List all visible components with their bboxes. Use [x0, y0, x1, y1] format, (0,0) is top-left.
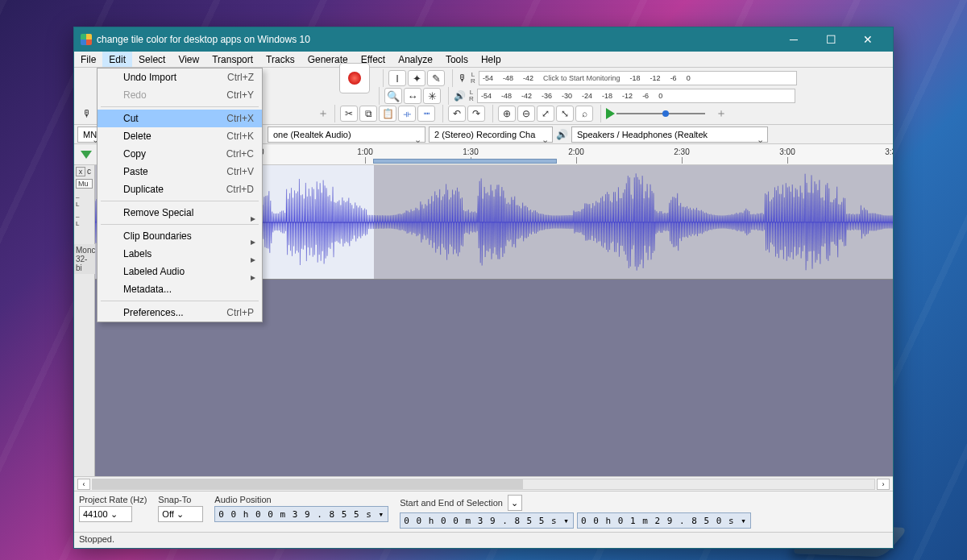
- track-info-label: Monc32-bi: [74, 244, 95, 274]
- cut-tool-icon[interactable]: ✂: [340, 106, 358, 122]
- tool-selection-icon[interactable]: I: [388, 70, 406, 86]
- audio-position-field[interactable]: 0 0 h 0 0 m 3 9 . 8 5 5 s ▾: [214, 506, 388, 522]
- snap-to-label: Snap-To: [158, 495, 203, 504]
- close-button[interactable]: ✕: [849, 27, 886, 52]
- playback-meter[interactable]: -54 -48 -42 -36 -30 -24 -18 -12 -6 0: [477, 89, 795, 103]
- edit-menu-cut[interactable]: CutCtrl+X: [98, 110, 262, 127]
- menu-select[interactable]: Select: [132, 52, 172, 67]
- meter-start-msg: Click to Start Monitoring: [543, 74, 620, 82]
- mic-small-icon: 🎙: [82, 108, 92, 119]
- recording-channels-select[interactable]: 2 (Stereo) Recording Cha: [429, 127, 553, 143]
- project-rate-select[interactable]: 44100 ⌄: [79, 506, 132, 522]
- silence-tool-icon[interactable]: ┉: [417, 106, 435, 122]
- edit-menu-metadata-[interactable]: Metadata...: [98, 280, 262, 298]
- edit-dropdown: Undo ImportCtrl+ZRedoCtrl+YCutCtrl+XDele…: [97, 68, 263, 322]
- play-icon[interactable]: [606, 108, 615, 119]
- menu-transport[interactable]: Transport: [205, 52, 259, 67]
- menu-tracks[interactable]: Tracks: [259, 52, 301, 67]
- edit-menu-clip-boundaries[interactable]: Clip Boundaries: [98, 227, 262, 245]
- edit-menu-redo: RedoCtrl+Y: [98, 86, 262, 104]
- timeline-label: 1:00: [357, 147, 372, 156]
- timeline-label: 3:30: [885, 147, 893, 156]
- edit-menu-remove-special[interactable]: Remove Special: [98, 204, 262, 222]
- selection-mode-select[interactable]: ⌄: [508, 495, 522, 511]
- output-speaker-icon: 🔊: [556, 129, 568, 140]
- timeline-label: 2:30: [674, 147, 689, 156]
- menu-file[interactable]: File: [74, 52, 102, 67]
- fit-project-icon[interactable]: ⤡: [556, 106, 574, 122]
- menu-help[interactable]: Help: [475, 52, 508, 67]
- mic-icon: 🎙: [458, 73, 467, 84]
- zoom-out-icon[interactable]: ⊖: [517, 106, 535, 122]
- lr-label-play: LR: [467, 89, 475, 102]
- track-mute-button[interactable]: Mu: [76, 179, 93, 189]
- track-close-button[interactable]: x: [76, 167, 85, 176]
- selection-toolbar: Project Rate (Hz) 44100 ⌄ Snap-To Off ⌄ …: [74, 491, 893, 532]
- lr-label-rec: LR: [469, 72, 477, 85]
- scroll-left-button[interactable]: ‹: [77, 479, 90, 490]
- recording-device-select[interactable]: one (Realtek Audio): [268, 127, 425, 143]
- tool-zoom-icon[interactable]: 🔍: [384, 88, 402, 104]
- paste-tool-icon[interactable]: 📋: [379, 106, 396, 122]
- audio-position-label: Audio Position: [214, 495, 388, 504]
- timeline-play-marker-icon[interactable]: [81, 151, 92, 159]
- edit-menu-duplicate[interactable]: DuplicateCtrl+D: [98, 180, 262, 198]
- edit-menu-labels[interactable]: Labels: [98, 245, 262, 263]
- selection-mode-label: Start and End of Selection: [400, 498, 503, 508]
- timeline-label: 3:00: [779, 147, 795, 156]
- status-text: Stopped.: [79, 534, 114, 544]
- title-bar: change tile color for desktop apps on Wi…: [74, 27, 893, 52]
- record-button[interactable]: [339, 63, 370, 93]
- scroll-right-button[interactable]: ›: [877, 479, 890, 490]
- project-rate-label: Project Rate (Hz): [79, 495, 147, 504]
- edit-menu-paste[interactable]: PasteCtrl+V: [98, 163, 262, 180]
- window-title: change tile color for desktop apps on Wi…: [97, 34, 310, 45]
- copy-tool-icon[interactable]: ⧉: [359, 106, 377, 122]
- tool-multi-icon[interactable]: ✳: [423, 88, 441, 104]
- horizontal-scrollbar[interactable]: ‹ ›: [74, 476, 893, 491]
- tool-envelope-icon[interactable]: ✦: [408, 70, 425, 86]
- recording-meter[interactable]: -54 -48 -42 Click to Start Monitoring -1…: [479, 71, 797, 85]
- timeline-label: 2:00: [568, 147, 583, 156]
- timeline-label: 1:30: [463, 147, 478, 156]
- tool-draw-icon[interactable]: ✎: [427, 70, 445, 86]
- minimize-button[interactable]: ─: [775, 27, 812, 52]
- playback-device-select[interactable]: Speakers / Headphones (Realtek: [571, 127, 768, 143]
- record-icon: [348, 72, 361, 85]
- status-bar: Stopped.: [74, 532, 893, 548]
- scroll-thumb[interactable]: [93, 479, 523, 489]
- trim-tool-icon[interactable]: ⟛: [398, 106, 416, 122]
- gain-l-icon: –L: [76, 213, 93, 227]
- application-window: change tile color for desktop apps on Wi…: [73, 27, 894, 549]
- tool-timeshift-icon[interactable]: ↔: [404, 88, 421, 104]
- edit-menu-copy[interactable]: CopyCtrl+C: [98, 145, 262, 163]
- menu-view[interactable]: View: [172, 52, 205, 67]
- zoom-toggle-icon[interactable]: ⌕: [575, 106, 593, 122]
- playback-speed-slider[interactable]: [616, 108, 705, 119]
- pan-l-icon: –L: [76, 193, 93, 208]
- edit-menu-delete[interactable]: DeleteCtrl+K: [98, 127, 262, 145]
- menu-bar: File Edit Select View Transport Tracks G…: [74, 52, 893, 68]
- redo-tool-icon[interactable]: ↷: [467, 106, 485, 122]
- menu-analyze[interactable]: Analyze: [392, 52, 439, 67]
- plus-right-icon: ＋: [716, 106, 727, 121]
- edit-menu-labeled-audio[interactable]: Labeled Audio: [98, 263, 262, 280]
- menu-tools[interactable]: Tools: [439, 52, 475, 67]
- selection-start-field[interactable]: 0 0 h 0 0 m 3 9 . 8 5 5 s ▾: [400, 512, 574, 529]
- edit-menu-preferences-[interactable]: Preferences...Ctrl+P: [98, 304, 262, 321]
- plus-left-icon: ＋: [317, 106, 329, 121]
- maximize-button[interactable]: ☐: [812, 27, 849, 52]
- selection-end-field[interactable]: 0 0 h 0 1 m 2 9 . 8 5 0 s ▾: [577, 512, 751, 529]
- snap-to-select[interactable]: Off ⌄: [158, 506, 203, 522]
- zoom-in-icon[interactable]: ⊕: [498, 106, 516, 122]
- track-control-panel[interactable]: xc Mu –L –L Monc32-bi: [74, 165, 95, 476]
- timeline-loop-region[interactable]: [373, 159, 557, 164]
- speaker-icon: 🔊: [454, 90, 466, 102]
- fit-selection-icon[interactable]: ⤢: [537, 106, 554, 122]
- menu-edit[interactable]: Edit: [102, 52, 132, 67]
- undo-tool-icon[interactable]: ↶: [448, 106, 466, 122]
- edit-menu-undo-import[interactable]: Undo ImportCtrl+Z: [98, 68, 262, 86]
- app-icon: [81, 34, 92, 45]
